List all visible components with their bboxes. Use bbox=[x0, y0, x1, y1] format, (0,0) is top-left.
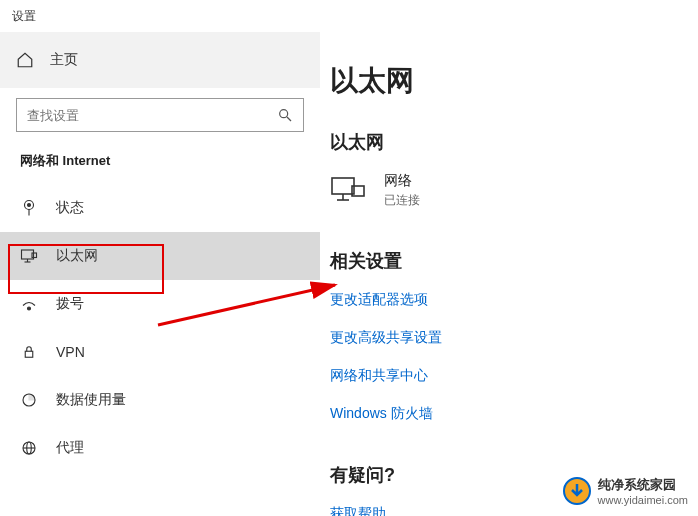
svg-point-0 bbox=[280, 110, 288, 118]
link-network-sharing-center[interactable]: 网络和共享中心 bbox=[330, 367, 688, 385]
nav-status-label: 状态 bbox=[56, 199, 84, 217]
network-entry[interactable]: 网络 已连接 bbox=[330, 172, 688, 209]
ethernet-icon bbox=[20, 247, 38, 265]
nav-status[interactable]: 状态 bbox=[0, 184, 320, 232]
nav-proxy-label: 代理 bbox=[56, 439, 84, 457]
link-advanced-sharing[interactable]: 更改高级共享设置 bbox=[330, 329, 688, 347]
layout: 主页 网络和 Internet 状态 以太网 bbox=[0, 32, 698, 516]
watermark: 纯净系统家园 www.yidaimei.com bbox=[562, 476, 688, 506]
nav-home[interactable]: 主页 bbox=[0, 32, 320, 88]
status-icon bbox=[20, 199, 38, 217]
ethernet-section-title: 以太网 bbox=[330, 130, 688, 154]
svg-point-9 bbox=[28, 307, 31, 310]
search-input[interactable] bbox=[27, 108, 277, 123]
data-usage-icon bbox=[20, 391, 38, 409]
svg-rect-8 bbox=[32, 253, 37, 258]
search-icon bbox=[277, 107, 293, 123]
nav-dialup-label: 拨号 bbox=[56, 295, 84, 313]
window-title: 设置 bbox=[12, 8, 36, 25]
page-title: 以太网 bbox=[330, 62, 688, 100]
home-icon bbox=[16, 51, 34, 69]
nav-data-usage-label: 数据使用量 bbox=[56, 391, 126, 409]
link-windows-firewall[interactable]: Windows 防火墙 bbox=[330, 405, 688, 423]
search-wrap bbox=[0, 88, 320, 142]
section-head: 网络和 Internet bbox=[0, 142, 320, 184]
svg-point-3 bbox=[28, 204, 31, 207]
nav-ethernet-label: 以太网 bbox=[56, 247, 98, 265]
nav-dialup[interactable]: 拨号 bbox=[0, 280, 320, 328]
network-icon bbox=[330, 176, 366, 206]
main-content: 以太网 以太网 网络 已连接 相关设置 更改适配器选项 更改高级共享设置 网络和… bbox=[320, 32, 698, 516]
nav-vpn-label: VPN bbox=[56, 344, 85, 360]
network-info: 网络 已连接 bbox=[384, 172, 420, 209]
search-box[interactable] bbox=[16, 98, 304, 132]
sidebar: 主页 网络和 Internet 状态 以太网 bbox=[0, 32, 320, 516]
network-name: 网络 bbox=[384, 172, 420, 190]
nav-home-label: 主页 bbox=[50, 51, 78, 69]
nav-ethernet[interactable]: 以太网 bbox=[0, 232, 320, 280]
link-adapter-options[interactable]: 更改适配器选项 bbox=[330, 291, 688, 309]
nav-vpn[interactable]: VPN bbox=[0, 328, 320, 376]
watermark-icon bbox=[562, 476, 592, 506]
proxy-icon bbox=[20, 439, 38, 457]
svg-rect-10 bbox=[25, 351, 33, 357]
vpn-icon bbox=[20, 343, 38, 361]
titlebar: 设置 bbox=[0, 0, 698, 32]
link-get-help[interactable]: 获取帮助 bbox=[330, 505, 688, 516]
network-status: 已连接 bbox=[384, 192, 420, 209]
dialup-icon bbox=[20, 295, 38, 313]
related-settings-title: 相关设置 bbox=[330, 249, 688, 273]
watermark-url: www.yidaimei.com bbox=[598, 494, 688, 506]
watermark-title: 纯净系统家园 bbox=[598, 477, 676, 492]
svg-line-1 bbox=[287, 117, 291, 121]
nav-proxy[interactable]: 代理 bbox=[0, 424, 320, 472]
svg-rect-15 bbox=[332, 178, 354, 194]
nav-data-usage[interactable]: 数据使用量 bbox=[0, 376, 320, 424]
